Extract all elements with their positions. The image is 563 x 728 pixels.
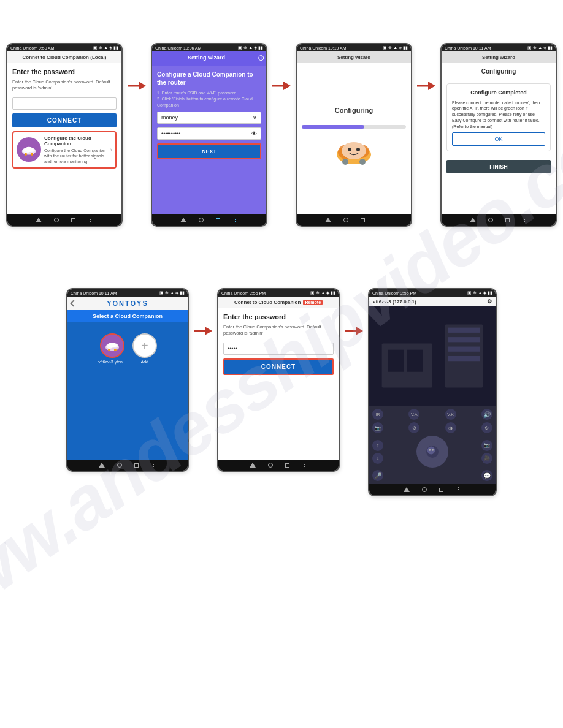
svg-point-5 (31, 153, 33, 156)
chat-button[interactable]: 💬 (481, 470, 492, 481)
add-icon: + (132, 333, 157, 358)
phone-3-content: Configuring (297, 63, 411, 214)
arrow-right-icon (345, 325, 363, 337)
nav-recent-icon[interactable] (134, 463, 139, 468)
phone-6-status: China Unicom 2:55 PM ▣ ⊕ ▲ ◈ ▮▮ (218, 289, 339, 297)
nav-home-icon[interactable] (54, 218, 59, 222)
add-device-item[interactable]: + Add (132, 333, 157, 364)
phone-6-connect-btn[interactable]: CONNECT (223, 358, 334, 375)
page-container: China Unicom 9:50 AM ▣ ⊕ ▲ ◈ ▮▮ Connet t… (0, 0, 563, 509)
cam-button[interactable]: 📷 (372, 422, 383, 433)
moon-button[interactable]: ◑ (445, 422, 456, 433)
svg-point-18 (108, 349, 110, 351)
back-icon[interactable] (70, 300, 77, 306)
ir-button[interactable]: IR (372, 409, 383, 420)
phone-4-nav: ⋮ (442, 214, 556, 226)
phone-2-next-btn[interactable]: NEXT (157, 143, 261, 159)
phone-3: China Unicom 10:19 AM ▣ ⊕ ▲ ◈ ▮▮ Setting… (296, 43, 412, 227)
phone-1-connect-btn[interactable]: CONNECT (12, 113, 117, 127)
nav-home-icon[interactable] (199, 218, 204, 222)
nav-back-icon[interactable] (470, 218, 476, 222)
phone-1-cloud-box[interactable]: Configure the Cloud Companion Configure … (12, 131, 117, 169)
phone-4-status: China Unicom 10:11 AM ▣ ⊕ ▲ ◈ ▮▮ (442, 44, 556, 51)
svg-point-12 (342, 159, 348, 165)
svg-rect-22 (448, 328, 480, 333)
phone-3-status: China Unicom 10:19 AM ▣ ⊕ ▲ ◈ ▮▮ (297, 44, 411, 51)
video-button[interactable]: 🎥 (481, 453, 492, 464)
left-btns: ↑ ↓ (372, 440, 383, 464)
nav-menu-icon[interactable]: ⋮ (232, 217, 238, 223)
phone-2-heading: Configure a Cloud Companion to the route… (157, 70, 261, 86)
phone-5-content: vft6zv-3.yton... + Add (67, 322, 188, 460)
vc-button[interactable]: V.K (445, 409, 456, 420)
phone-2-wifi-password[interactable]: •••••••••• 👁 (157, 127, 261, 140)
mic-button[interactable]: 🎤 (372, 470, 383, 481)
nav-back-icon[interactable] (250, 463, 256, 468)
svg-point-29 (427, 447, 435, 455)
phone-1-title: Connet to Cloud Companion (Local) (7, 51, 121, 63)
phone-1-nav: ⋮ (7, 214, 121, 226)
vol-button[interactable]: V.A (408, 409, 419, 420)
nav-recent-icon[interactable] (505, 218, 510, 222)
nav-recent-icon[interactable] (361, 218, 365, 222)
nav-menu-icon[interactable]: ⋮ (302, 462, 307, 468)
phone-3-nav: ⋮ (297, 214, 411, 226)
arrow-1 (128, 43, 146, 92)
nav-recent-icon[interactable] (439, 488, 443, 492)
phone-2-ssid-field[interactable]: money ∨ (157, 112, 261, 124)
settings2-button[interactable]: ⚙ (408, 422, 419, 433)
nav-recent-icon[interactable] (71, 218, 75, 222)
nav-home-icon[interactable] (268, 463, 273, 468)
select-cloud-title: Select a Cloud Companion (67, 310, 188, 322)
nav-home-icon[interactable] (117, 463, 122, 468)
cloud-companion-title: Configure the Cloud Companion (44, 135, 107, 146)
nav-menu-icon[interactable]: ⋮ (377, 217, 383, 223)
finish-button[interactable]: FINISH (446, 160, 551, 173)
nav-back-icon[interactable] (36, 218, 42, 222)
remote-tag: Remote (303, 300, 323, 305)
nav-menu-icon[interactable]: ⋮ (88, 217, 93, 223)
up-button[interactable]: ↑ (372, 440, 383, 451)
phone-3-heading: Configuring (335, 107, 373, 114)
gear2-button[interactable]: ⚙ (481, 422, 492, 433)
nav-back-icon[interactable] (325, 218, 331, 222)
camera-preview (369, 306, 496, 406)
phone-2-title: Setting wizard ⓘ (152, 51, 266, 66)
nav-home-icon[interactable] (422, 487, 427, 492)
modal-title: Configure Completed (452, 89, 545, 97)
progress-fill (302, 125, 364, 129)
dpad-center (426, 446, 439, 458)
svg-rect-27 (388, 350, 404, 372)
phone-1: China Unicom 9:50 AM ▣ ⊕ ▲ ◈ ▮▮ Connet t… (6, 43, 123, 227)
phone-6-password-input[interactable]: ••••• (223, 343, 334, 355)
eye-icon[interactable]: 👁 (251, 131, 257, 137)
sound-button[interactable]: 🔊 (481, 409, 492, 420)
nav-back-icon[interactable] (180, 218, 186, 222)
phone-2-status: China Unicom 10:06 AM ▣ ⊕ ▲ ◈ ▮▮ (152, 44, 266, 51)
nav-home-icon[interactable] (343, 218, 348, 222)
nav-menu-icon[interactable]: ⋮ (151, 462, 156, 468)
nav-menu-icon[interactable]: ⋮ (522, 217, 527, 223)
arrow-right-icon (272, 80, 291, 92)
cloud-device-item[interactable]: vft6zv-3.yton... (98, 333, 126, 364)
nav-home-icon[interactable] (488, 218, 493, 222)
phone-5-status: China Unicom 10:11 AM ▣ ⊕ ▲ ◈ ▮▮ (67, 289, 188, 297)
dpad[interactable] (416, 436, 448, 468)
phone-4-heading: Configuring (444, 66, 553, 77)
arrow-4 (194, 288, 212, 337)
phone-1-sub: Enter the Cloud Companion's password. De… (12, 79, 117, 91)
arrow-right-icon (128, 80, 146, 92)
phone-5-nav: ⋮ (67, 460, 188, 471)
phone-1-password-input[interactable]: ...... (12, 97, 117, 110)
svg-point-11 (356, 148, 360, 151)
nav-recent-icon[interactable] (285, 463, 289, 468)
down-button[interactable]: ↓ (372, 453, 383, 464)
nav-recent-icon[interactable] (216, 218, 220, 222)
nav-back-icon[interactable] (404, 487, 410, 492)
nav-menu-icon[interactable]: ⋮ (456, 487, 461, 493)
nav-back-icon[interactable] (99, 463, 105, 468)
settings-icon[interactable]: ⚙ (487, 298, 492, 305)
ok-button[interactable]: OK (452, 132, 545, 146)
svg-rect-28 (407, 350, 423, 372)
photo-button[interactable]: 📷 (481, 440, 492, 451)
